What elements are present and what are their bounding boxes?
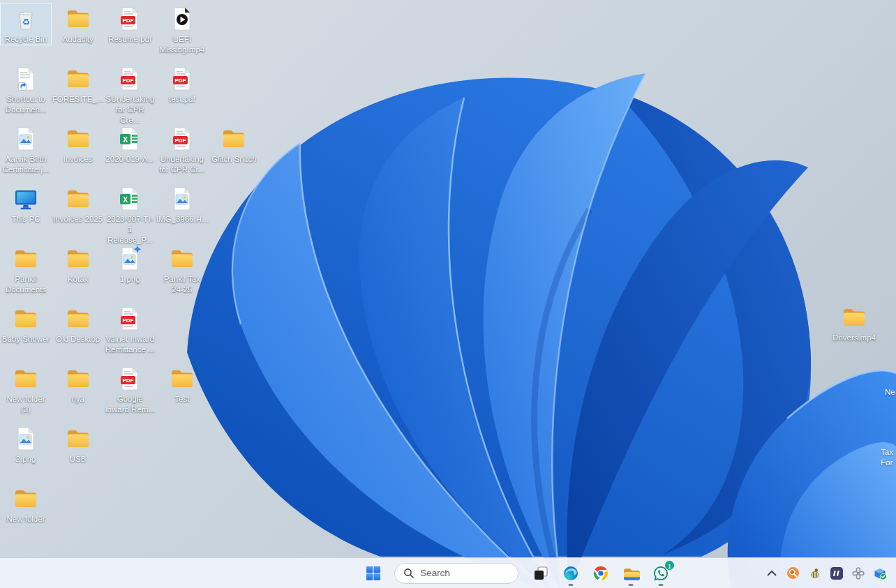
edge-label-tax[interactable]: TaxFor (881, 447, 893, 468)
desktop[interactable]: ♻Recycle Bin Audacity PDF Resume.pdf UEF… (0, 0, 896, 588)
icon-label: GoogleInward Rem... (105, 394, 155, 415)
image-sparkle-icon (116, 245, 144, 273)
folder-icon (168, 365, 196, 393)
icon-label: New folder (7, 514, 45, 525)
icon-label: PankilDocuments (6, 274, 46, 295)
desktop-icon-riya[interactable]: riya (52, 363, 104, 405)
desktop-icon-img-3966[interactable]: IMG_3966.H... (156, 183, 208, 225)
desktop-icon-pankil-tax-24-25[interactable]: Pankil Tax24-25 (156, 243, 208, 296)
desktop-icon-resume-pdf[interactable]: PDF Resume.pdf (104, 3, 156, 45)
svg-text:♻: ♻ (22, 17, 30, 27)
desktop-icon-this-pc[interactable]: This PC (0, 183, 52, 225)
svg-text:PDF: PDF (123, 77, 134, 84)
desktop-icon-excel-2020-019[interactable]: X2020-019-A... (104, 123, 156, 165)
desktop-icon-excel-2023-007[interactable]: X2023-007-TI-1 Release_P... (104, 183, 156, 246)
taskbar: 1 (0, 557, 896, 588)
icon-label: Recycle Bin (5, 34, 47, 45)
desktop-icon-aarvik-birth-certificate[interactable]: Aarvik BirthCertificate.j... (0, 123, 52, 176)
desktop-icon-kotak[interactable]: Kotak (52, 243, 104, 285)
folder-icon (12, 365, 40, 393)
folder-icon (64, 245, 92, 273)
image-icon (12, 425, 40, 453)
desktop-icon-new-folder[interactable]: New folder (0, 483, 52, 525)
desktop-icon-baby-shower[interactable]: Baby Shower (0, 303, 52, 345)
icon-label: New folder(3) (7, 394, 45, 415)
icon-label: Invoices 2025 (53, 214, 103, 225)
desktop-icon-new-folder-3[interactable]: New folder(3) (0, 363, 52, 416)
icon-label: 2.png (16, 454, 36, 465)
folder-icon (64, 5, 92, 33)
hidden-icons-chevron-icon[interactable] (763, 564, 781, 582)
folder-icon (64, 125, 92, 153)
desktop-icon-sundertaking-cpr-pdf[interactable]: PDF SUndertakingfor CPR Cre... (104, 63, 156, 126)
search-icon (403, 568, 415, 579)
icon-label: 2023-007-TI-1 Release_P... (105, 214, 155, 246)
pdf-icon: PDF (168, 125, 196, 153)
icon-label: Pankil Tax24-25 (164, 274, 200, 295)
pdf-icon: PDF (116, 365, 144, 393)
running-indicator (569, 584, 574, 586)
this-pc-icon (12, 185, 40, 213)
chrome-button[interactable] (587, 559, 615, 587)
desktop-icon-drivers-mp4[interactable]: Drivers.mp4 (828, 301, 880, 344)
shortcut-doc-icon (12, 65, 40, 93)
desktop-icon-uefi-missing-mp4[interactable]: UEFIMissing.mp4 (156, 3, 208, 56)
desktop-icon-recycle-bin[interactable]: ♻Recycle Bin (0, 3, 52, 45)
svg-text:PDF: PDF (174, 137, 186, 144)
edge-button[interactable] (557, 559, 585, 587)
icon-label: Baby Shower (2, 334, 50, 345)
desktop-icon-usb[interactable]: USB (52, 423, 104, 465)
desktop-icon-test-folder[interactable]: Test (156, 363, 208, 405)
task-view-button[interactable] (527, 559, 555, 587)
pinwheel-tray-icon[interactable] (849, 564, 867, 582)
taskbar-search[interactable] (394, 563, 518, 584)
edge-icon (562, 564, 580, 582)
folder-icon (64, 65, 92, 93)
desktop-icon-old-desktop[interactable]: Old Desktop (52, 303, 104, 345)
bee-tray-icon[interactable] (806, 564, 824, 582)
desktop-icon-one-png[interactable]: 1.png (104, 243, 156, 285)
file-explorer-button[interactable] (617, 559, 645, 587)
desktop-icon-valnet-inward-pdf[interactable]: PDF Valnet InwardRemittance ... (104, 303, 156, 356)
video-icon (168, 5, 196, 33)
folder-icon (12, 485, 40, 513)
excel-icon: X (116, 185, 144, 213)
running-indicator (659, 584, 664, 586)
start-button[interactable] (359, 559, 387, 587)
icon-label: Undertakingfor CPR Cr... (159, 154, 204, 175)
icon-label: Shortcut toDocumen... (6, 94, 47, 115)
icon-label: Invoices (64, 154, 93, 165)
edge-label-ne[interactable]: Ne (885, 387, 895, 398)
folder-icon (64, 425, 92, 453)
folder-icon (64, 305, 92, 333)
desktop-icon-shortcut-to-document[interactable]: Shortcut toDocumen... (0, 63, 52, 116)
icon-label: Kotak (68, 274, 88, 285)
desktop-icon-invoices-2025[interactable]: Invoices 2025 (52, 183, 104, 225)
desktop-icon-audacity[interactable]: Audacity (52, 3, 104, 45)
desktop-icon-glitch-snitch[interactable]: Glitch Snitch (208, 123, 260, 165)
desktop-icon-test-pdf[interactable]: PDF test.pdf (156, 63, 208, 105)
pdf-icon: PDF (168, 65, 196, 93)
icon-label: UEFIMissing.mp4 (160, 34, 205, 55)
folder-icon (12, 245, 40, 273)
icon-label: IMG_3966.H... (156, 214, 208, 225)
icon-label: Glitch Snitch (211, 154, 257, 165)
quote-badge-tray-icon[interactable] (828, 564, 846, 582)
desktop-icon-google-inward-pdf[interactable]: PDF GoogleInward Rem... (104, 363, 156, 416)
whatsapp-button[interactable]: 1 (647, 559, 675, 587)
icon-label: SUndertakingfor CPR Cre... (105, 94, 155, 126)
icon-label: Drivers.mp4 (832, 333, 876, 343)
desktop-icon-undertaking-cpr-pdf[interactable]: PDF Undertakingfor CPR Cr... (156, 123, 208, 176)
icon-label: FORESITE_... (52, 94, 104, 105)
desktop-icon-pankil-documents[interactable]: PankilDocuments (0, 243, 52, 296)
task-view-icon (532, 564, 550, 582)
image-icon (12, 125, 40, 153)
desktop-icon-foresite[interactable]: FORESITE_... (52, 63, 104, 105)
search-input[interactable] (420, 568, 504, 578)
svg-text:X: X (123, 136, 128, 144)
recycle-bin-icon: ♻ (12, 5, 40, 33)
desktop-icon-two-png[interactable]: 2.png (0, 423, 52, 465)
desktop-icon-invoices[interactable]: Invoices (52, 123, 104, 165)
orange-search-tray-icon[interactable] (784, 564, 802, 582)
security-check-tray-icon[interactable] (871, 564, 889, 582)
